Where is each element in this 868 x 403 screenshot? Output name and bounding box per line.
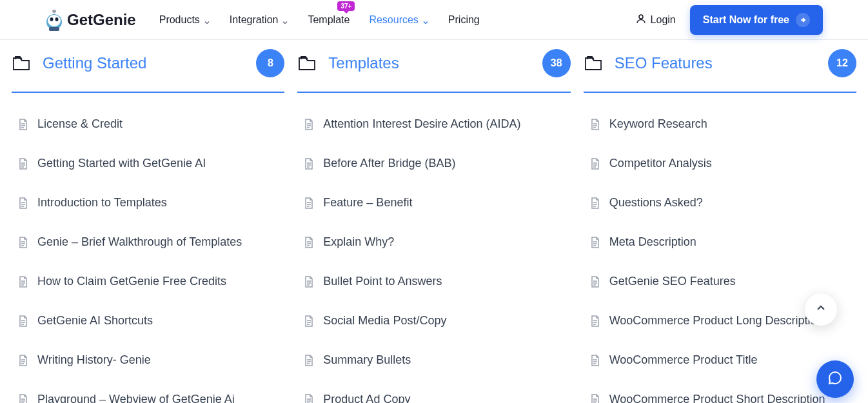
doc-label: Competitor Analysis <box>609 157 712 170</box>
nav-item-pricing[interactable]: Pricing <box>448 14 480 26</box>
doc-label: Product Ad Copy <box>323 393 410 403</box>
chevron-down-icon <box>204 17 210 23</box>
doc-link[interactable]: How to Claim GetGenie Free Credits <box>17 268 279 295</box>
card-title[interactable]: SEO Features <box>615 54 713 72</box>
scroll-top-button[interactable] <box>805 293 837 326</box>
document-icon <box>304 237 314 248</box>
document-icon <box>590 119 600 130</box>
logo-text: GetGenie <box>67 11 136 29</box>
folder-icon <box>584 53 604 74</box>
category-card: SEO Features12Keyword ResearchCompetitor… <box>584 49 856 403</box>
document-icon <box>18 355 28 366</box>
doc-label: Meta Description <box>609 235 696 249</box>
logo[interactable]: GetGenie <box>45 8 136 32</box>
document-icon <box>18 197 28 209</box>
doc-label: Getting Started with GetGenie AI <box>37 157 206 170</box>
doc-link[interactable]: Social Media Post/Copy <box>302 308 565 334</box>
content-grid: Getting Started8License & CreditGetting … <box>0 40 868 403</box>
nav-badge: 37+ <box>337 1 355 11</box>
logo-icon <box>45 8 63 32</box>
doc-link[interactable]: License & Credit <box>17 111 279 137</box>
doc-label: Introduction to Templates <box>37 196 167 210</box>
document-icon <box>590 394 600 404</box>
doc-link[interactable]: Playground – Webview of GetGenie Ai <box>17 386 279 403</box>
doc-link[interactable]: Getting Started with GetGenie AI <box>17 150 279 177</box>
svg-point-2 <box>50 17 54 21</box>
doc-link[interactable]: GetGenie SEO Features <box>589 268 851 295</box>
document-icon <box>304 315 314 327</box>
doc-label: Attention Interest Desire Action (AIDA) <box>323 117 520 131</box>
doc-link[interactable]: Introduction to Templates <box>17 190 279 216</box>
nav-label: Template <box>308 14 350 26</box>
login-link[interactable]: Login <box>635 13 676 27</box>
category-card: Getting Started8License & CreditGetting … <box>12 49 284 403</box>
document-icon <box>304 276 314 288</box>
chat-button[interactable] <box>816 360 854 398</box>
count-badge: 12 <box>828 49 856 77</box>
chevron-up-icon <box>816 303 826 316</box>
doc-link[interactable]: Summary Bullets <box>302 347 565 373</box>
nav-item-products[interactable]: Products <box>159 14 210 26</box>
document-icon <box>304 355 314 366</box>
start-now-button[interactable]: Start Now for free <box>690 5 823 35</box>
doc-link[interactable]: WooCommerce Product Short Description <box>589 386 851 403</box>
doc-label: Keyword Research <box>609 117 707 131</box>
doc-link[interactable]: Feature – Benefit <box>302 190 565 216</box>
doc-link[interactable]: Genie – Brief Walkthrough of Templates <box>17 229 279 255</box>
doc-link[interactable]: Keyword Research <box>589 111 851 137</box>
category-card: Templates38Attention Interest Desire Act… <box>297 49 570 403</box>
document-icon <box>304 158 314 170</box>
doc-link[interactable]: WooCommerce Product Title <box>589 347 851 373</box>
doc-link[interactable]: Writing History- Genie <box>17 347 279 373</box>
doc-link[interactable]: Product Ad Copy <box>302 386 565 403</box>
card-title[interactable]: Templates <box>328 54 399 72</box>
nav-item-template[interactable]: Template37+ <box>308 14 350 26</box>
nav-label: Integration <box>230 14 279 26</box>
svg-point-6 <box>639 15 643 19</box>
document-icon <box>18 394 28 404</box>
chevron-down-icon <box>422 17 429 23</box>
count-badge: 38 <box>542 49 571 77</box>
card-body: Keyword ResearchCompetitor AnalysisQuest… <box>584 111 856 403</box>
doc-label: Questions Asked? <box>609 196 703 210</box>
nav-item-resources[interactable]: Resources <box>369 14 428 26</box>
doc-link[interactable]: Competitor Analysis <box>589 150 851 177</box>
nav-label: Products <box>159 14 200 26</box>
document-icon <box>590 197 600 209</box>
doc-link[interactable]: Bullet Point to Answers <box>302 268 565 295</box>
doc-link[interactable]: Meta Description <box>589 229 851 255</box>
user-icon <box>635 13 647 27</box>
doc-label: GetGenie AI Shortcuts <box>37 314 153 328</box>
document-icon <box>18 237 28 248</box>
login-label: Login <box>651 14 676 26</box>
doc-link[interactable]: Attention Interest Desire Action (AIDA) <box>302 111 565 137</box>
doc-label: Writing History- Genie <box>37 353 151 367</box>
svg-point-3 <box>55 17 59 21</box>
doc-label: Before After Bridge (BAB) <box>323 157 455 170</box>
doc-label: WooCommerce Product Short Description <box>609 393 825 403</box>
nav-label: Pricing <box>448 14 480 26</box>
card-header: Templates38 <box>297 49 570 93</box>
svg-point-1 <box>48 15 61 26</box>
document-icon <box>590 276 600 288</box>
document-icon <box>18 276 28 288</box>
document-icon <box>18 158 28 170</box>
doc-link[interactable]: Explain Why? <box>302 229 565 255</box>
card-title[interactable]: Getting Started <box>43 54 146 72</box>
doc-label: Summary Bullets <box>323 353 411 367</box>
doc-label: GetGenie SEO Features <box>609 275 736 288</box>
arrow-right-icon <box>796 13 810 27</box>
cta-label: Start Now for free <box>703 14 789 26</box>
card-body: License & CreditGetting Started with Get… <box>12 111 284 403</box>
doc-link[interactable]: Before After Bridge (BAB) <box>302 150 565 177</box>
card-header: Getting Started8 <box>12 49 284 93</box>
folder-icon <box>297 53 318 74</box>
folder-icon <box>12 53 32 74</box>
doc-link[interactable]: Questions Asked? <box>589 190 851 216</box>
document-icon <box>304 197 314 209</box>
doc-label: Feature – Benefit <box>323 196 412 210</box>
nav-item-integration[interactable]: Integration <box>230 14 289 26</box>
doc-label: Social Media Post/Copy <box>323 314 446 328</box>
doc-link[interactable]: GetGenie AI Shortcuts <box>17 308 279 334</box>
document-icon <box>304 394 314 404</box>
